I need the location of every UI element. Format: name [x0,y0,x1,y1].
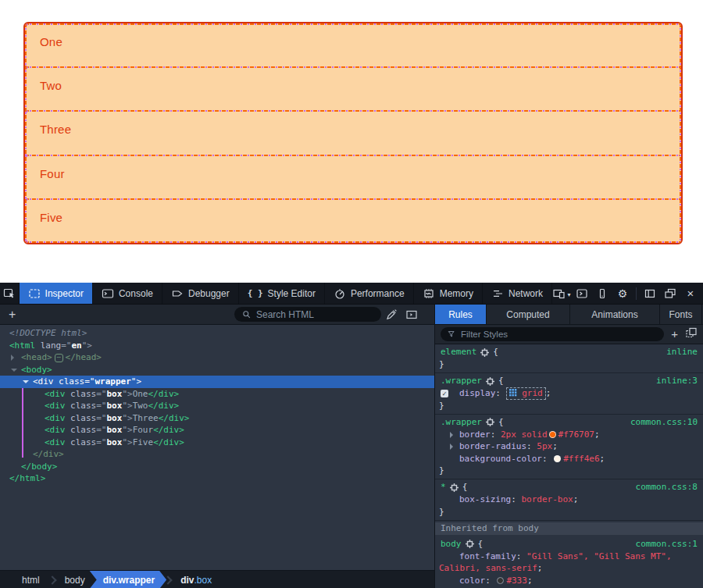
grid-box: Four [25,155,681,199]
three-pane-toggle-button[interactable] [401,308,422,321]
selector-target-icon[interactable] [466,540,474,548]
property-value[interactable]: border-box [521,494,573,504]
responsive-design-icon [552,287,566,300]
markup-segment: <div [45,401,66,411]
markup-segment: <!DOCTYPE html> [9,328,87,338]
property-value[interactable]: #fff4e6 [552,454,599,464]
markup-segment: <body> [21,365,52,375]
breadcrumb-item[interactable]: html [14,571,48,588]
markup-row[interactable]: </body> [0,461,434,473]
grid-wrapper: OneTwoThreeFourFive [23,22,683,244]
tab-console[interactable]: Console [93,283,162,304]
close-icon: × [687,287,694,300]
markup-row[interactable]: <body> [0,364,434,376]
collapse-arrow-icon[interactable] [23,380,29,383]
collapsed-content-icon[interactable]: ⋯ [55,354,63,362]
markup-row-selected[interactable]: <div class="wrapper"> [0,376,434,388]
add-rule-button[interactable]: + [669,325,680,344]
property-value[interactable]: 5px [537,441,552,451]
pick-element-button[interactable] [0,283,20,304]
filter-styles-input[interactable]: Filter Styles [441,327,664,341]
close-brace: } [435,358,703,370]
three-pane-icon [405,308,418,321]
responsive-design-button[interactable]: ▾ [552,283,571,304]
property-value[interactable]: #333 [495,576,527,586]
rule-selector[interactable]: body [441,538,462,551]
color-swatch[interactable] [549,431,556,438]
markup-segment: =" [96,425,106,435]
markup-row[interactable]: <div class="box">Two</div> [0,400,434,412]
selector-target-icon[interactable] [486,377,494,386]
tab-label: Style Editor [268,288,316,299]
rule-selector[interactable]: * [441,481,446,494]
markup-segment: </div> [33,449,64,459]
tab-rules[interactable]: Rules [435,305,487,324]
markup-segment: box [107,401,123,411]
declaration-checkbox[interactable]: ✓ [441,390,448,397]
tab-network[interactable]: Network [483,283,552,304]
breadcrumb-item[interactable]: body [57,571,93,588]
markup-row[interactable]: <div class="box">Three</div> [0,412,434,425]
expand-arrow-icon[interactable] [11,355,14,361]
expand-arrow-icon[interactable] [450,432,453,438]
markup-row[interactable]: <div class="box">Five</div> [0,437,434,449]
markup-row[interactable]: </html> [0,472,434,485]
rule-source-link[interactable]: common.css:10 [630,416,698,429]
rule-selector[interactable]: .wrapper [441,416,482,429]
markup-segment: class [66,425,97,435]
tab-inspector[interactable]: Inspector [20,283,93,304]
settings-button[interactable]: ⚙ [613,283,632,304]
tab-fonts[interactable]: Fonts [660,305,702,324]
rules-list: element{inline}.wrapper{inline:3✓display… [435,344,703,588]
device-button[interactable] [593,283,612,304]
rule-source-link[interactable]: inline [666,346,698,358]
close-button[interactable]: × [681,283,700,304]
collapse-arrow-icon[interactable] [11,369,17,372]
separate-window-button[interactable] [661,283,680,304]
markup-row[interactable]: </div> [0,448,434,461]
tab-animations[interactable]: Animations [570,305,660,324]
color-swatch[interactable] [497,577,504,584]
tab-styleeditor[interactable]: { }Style Editor [239,283,325,304]
search-input[interactable]: Search HTML [234,307,381,322]
selector-target-icon[interactable] [450,483,459,492]
markup-row[interactable]: <head>⋯</head> [0,351,434,364]
markup-row[interactable]: <!DOCTYPE html> [0,327,434,340]
rule-source-link[interactable]: common.css:1 [636,538,698,551]
rule-source-link[interactable]: common.css:8 [636,481,698,494]
property-name[interactable]: box-sizing [459,494,511,504]
markup-row[interactable]: <div class="box">Four</div> [0,424,434,437]
breadcrumb-item[interactable]: div.wrapper [90,571,166,588]
add-node-button[interactable]: + [0,305,24,324]
markup-segment: class [66,389,97,399]
split-console-button[interactable] [573,283,591,304]
color-swatch[interactable] [554,455,561,462]
expand-arrow-icon[interactable] [450,444,453,450]
breadcrumb-item[interactable]: div.box [173,571,219,588]
property-name[interactable]: border [459,429,491,440]
rule-selector[interactable]: element [441,346,476,358]
tab-memory[interactable]: Memory [414,283,483,304]
property-value[interactable]: grid [506,387,546,400]
markup-row[interactable]: <html lang="en"> [0,340,434,352]
rule-selector[interactable]: .wrapper [441,375,482,387]
rule-source-link[interactable]: inline:3 [656,375,698,387]
property-name[interactable]: font-family [459,551,516,561]
property-name[interactable]: background-color [459,454,542,464]
selector-target-icon[interactable] [480,348,489,357]
property-name[interactable]: display [459,388,495,398]
eyedropper-button[interactable] [381,308,401,321]
grid-highlighter-icon[interactable] [509,388,517,398]
open-brace: { [493,346,498,358]
tab-performance[interactable]: Performance [325,283,414,304]
property-name[interactable]: border-radius [459,441,526,451]
markup-row[interactable]: <div class="box">One</div> [0,388,434,401]
tab-debugger[interactable]: Debugger [162,283,239,304]
tab-computed[interactable]: Computed [487,305,570,324]
selector-target-icon[interactable] [486,418,494,426]
property-name[interactable]: color [459,576,485,586]
property-value[interactable]: 2px solid#f76707 [501,429,594,440]
classes-toggle-button[interactable] [685,326,698,342]
dock-side-button[interactable] [641,283,659,304]
close-brace: } [435,400,703,412]
